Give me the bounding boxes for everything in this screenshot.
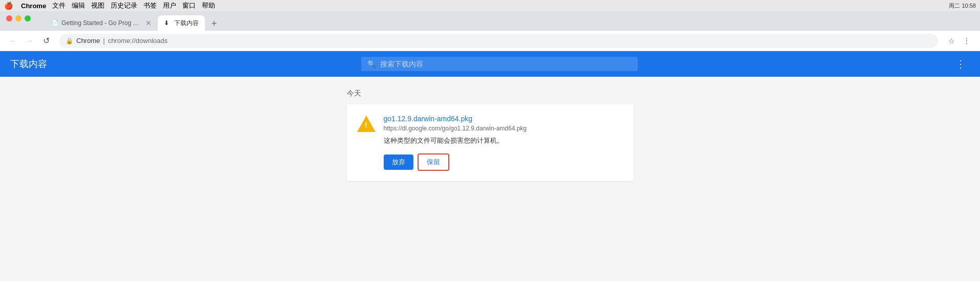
tab2-title: 下载内容 [174, 19, 199, 28]
tab1-favicon-icon: 📄 [51, 19, 58, 27]
address-lock-icon: 🔒 [66, 37, 73, 45]
address-path: chrome://downloads [108, 37, 168, 45]
download-info: go1.12.9.darwin-amd64.pkg https://dl.goo… [384, 115, 623, 171]
downloads-page-title: 下载内容 [10, 58, 47, 70]
menu-app-name[interactable]: Chrome [21, 2, 46, 10]
tab-downloads[interactable]: ⬇ 下载内容 [158, 15, 205, 31]
menu-edit[interactable]: 编辑 [72, 1, 85, 10]
warning-icon: ! [357, 115, 376, 133]
downloads-header: 下载内容 🔍 ⋮ [0, 51, 980, 77]
download-card: ! go1.12.9.darwin-amd64.pkg https://dl.g… [347, 104, 634, 181]
minimize-window-button[interactable] [15, 15, 22, 21]
close-window-button[interactable] [6, 15, 12, 21]
download-warning-text: 这种类型的文件可能会损害您的计算机。 [384, 136, 623, 145]
search-bar[interactable]: 🔍 [361, 57, 638, 71]
discard-button[interactable]: 放弃 [384, 154, 413, 170]
title-bar: 📄 Getting Started - Go Prog The ... ✕ ⬇ … [0, 11, 980, 31]
new-tab-button[interactable]: + [207, 16, 221, 31]
date-section-label: 今天 [347, 89, 361, 98]
back-button[interactable]: ← [6, 34, 20, 48]
download-actions: 放弃 保留 [384, 153, 623, 171]
address-bar[interactable]: 🔒 Chrome | chrome://downloads [59, 34, 938, 48]
download-url: https://dl.google.com/go/go1.12.9.darwin… [384, 125, 623, 132]
menu-bar-right: 周二 10:58 [949, 2, 976, 10]
navbar: ← → ↺ 🔒 Chrome | chrome://downloads ☆ ⋮ [0, 31, 980, 51]
download-filename[interactable]: go1.12.9.darwin-amd64.pkg [384, 115, 623, 123]
tab2-favicon-icon: ⬇ [164, 19, 171, 27]
tab-getting-started[interactable]: 📄 Getting Started - Go Prog The ... ✕ [45, 15, 158, 31]
downloads-menu-button[interactable]: ⋮ [951, 55, 970, 73]
forward-button[interactable]: → [23, 34, 37, 48]
warning-exclamation: ! [365, 121, 367, 129]
tabs-row: 📄 Getting Started - Go Prog The ... ✕ ⬇ … [45, 11, 221, 31]
menu-bar-left: 🍎 Chrome 文件 编辑 视图 历史记录 书签 用户 窗口 帮助 [4, 1, 215, 10]
nav-action-buttons: ☆ ⋮ [944, 34, 974, 48]
search-icon: 🔍 [367, 60, 376, 68]
downloads-content: 今天 ! go1.12.9.darwin-amd64.pkg https://d… [0, 77, 980, 281]
menu-bookmarks[interactable]: 书签 [143, 1, 157, 10]
address-separator: | [103, 37, 105, 45]
extensions-button[interactable]: ⋮ [960, 34, 974, 48]
apple-logo-icon[interactable]: 🍎 [4, 2, 13, 10]
tab1-title: Getting Started - Go Prog The ... [61, 19, 140, 27]
menu-bar: 🍎 Chrome 文件 编辑 视图 历史记录 书签 用户 窗口 帮助 周二 10… [0, 0, 980, 11]
address-origin: Chrome [76, 37, 100, 45]
keep-button[interactable]: 保留 [418, 153, 449, 171]
menu-history[interactable]: 历史记录 [111, 1, 137, 10]
tab1-close-icon[interactable]: ✕ [145, 19, 152, 27]
menu-help[interactable]: 帮助 [202, 1, 215, 10]
menu-window[interactable]: 窗口 [182, 1, 196, 10]
traffic-lights [6, 15, 31, 21]
menu-user[interactable]: 用户 [163, 1, 176, 10]
reload-button[interactable]: ↺ [39, 34, 53, 48]
bookmark-button[interactable]: ☆ [944, 34, 958, 48]
clock: 周二 10:58 [949, 2, 976, 10]
menu-view[interactable]: 视图 [91, 1, 105, 10]
search-input[interactable] [380, 60, 632, 68]
menu-file[interactable]: 文件 [52, 1, 66, 10]
maximize-window-button[interactable] [25, 15, 31, 21]
